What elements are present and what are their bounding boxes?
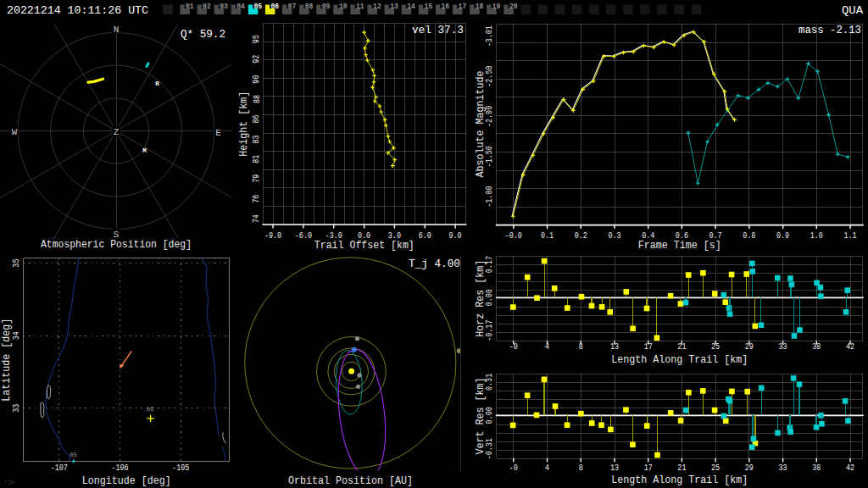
svg-text:T_j 4.00: T_j 4.00	[409, 258, 460, 270]
svg-text:-107: -107	[51, 463, 68, 473]
svg-text:-3.0: -3.0	[326, 231, 342, 241]
svg-text:-105: -105	[172, 463, 189, 473]
svg-text:-0.17: -0.17	[486, 320, 495, 341]
svg-text:8: 8	[579, 463, 583, 473]
svg-text:20221214 10:11:26 UTC: 20221214 10:11:26 UTC	[7, 4, 148, 17]
svg-text:Orbital Position [AU]: Orbital Position [AU]	[288, 475, 413, 487]
svg-text:04: 04	[236, 3, 245, 10]
svg-text:mass -2.13: mass -2.13	[798, 25, 861, 36]
svg-text:90: 90	[253, 75, 262, 84]
svg-text:38: 38	[812, 463, 821, 473]
svg-text:-0.31: -0.31	[486, 438, 495, 459]
svg-text:33: 33	[12, 404, 21, 413]
svg-text:0.6: 0.6	[676, 231, 688, 241]
svg-text:0.7: 0.7	[709, 231, 722, 241]
svg-text:16: 16	[442, 3, 450, 10]
svg-text:-9.0: -9.0	[264, 231, 281, 241]
svg-text:15: 15	[424, 3, 432, 10]
svg-text:01: 01	[186, 3, 194, 10]
svg-text:76: 76	[253, 195, 262, 203]
svg-text:06: 06	[271, 3, 280, 10]
svg-text:09: 09	[322, 3, 331, 10]
svg-text:3.0: 3.0	[388, 231, 401, 241]
svg-text:13: 13	[610, 342, 619, 352]
svg-text:0.8: 0.8	[743, 231, 755, 241]
svg-text:05: 05	[70, 451, 77, 458]
svg-text:1.0: 1.0	[810, 231, 823, 241]
svg-text:13: 13	[390, 3, 398, 10]
svg-text:6.0: 6.0	[419, 231, 431, 241]
svg-text:33: 33	[779, 342, 787, 352]
svg-text:81: 81	[253, 155, 262, 164]
svg-text:0.9: 0.9	[776, 231, 789, 241]
svg-text:17: 17	[459, 3, 467, 10]
svg-text:03: 03	[220, 3, 228, 10]
svg-text:Latitude [deg]: Latitude [deg]	[2, 319, 14, 402]
svg-text:Atmospheric Position [deg]: Atmospheric Position [deg]	[41, 239, 192, 251]
svg-text:05: 05	[253, 3, 262, 10]
svg-text:86: 86	[253, 114, 262, 123]
svg-text:Horz Res [km]: Horz Res [km]	[475, 260, 487, 337]
svg-text:-6.0: -6.0	[295, 231, 312, 241]
svg-text:QUA: QUA	[842, 4, 863, 17]
svg-text:-3.01: -3.01	[486, 25, 495, 47]
svg-text:Frame Time [s]: Frame Time [s]	[638, 240, 721, 252]
svg-text:1.1: 1.1	[843, 231, 856, 241]
svg-text:0.17: 0.17	[486, 256, 495, 273]
svg-text:21: 21	[677, 342, 686, 352]
svg-text:42: 42	[846, 342, 854, 352]
svg-text:38: 38	[812, 342, 821, 352]
svg-text:21: 21	[677, 463, 686, 473]
svg-text:-106: -106	[111, 463, 128, 473]
svg-text:Length Along Trail [km]: Length Along Trail [km]	[611, 474, 748, 486]
svg-text:06: 06	[147, 405, 154, 413]
svg-text:E: E	[215, 128, 221, 138]
svg-text:-1.00: -1.00	[486, 186, 495, 207]
svg-text:17: 17	[644, 342, 653, 352]
svg-text:0.1: 0.1	[541, 231, 554, 241]
svg-text:35: 35	[12, 259, 21, 268]
svg-text:34: 34	[12, 331, 21, 340]
svg-text:95: 95	[253, 35, 262, 43]
svg-text:07: 07	[288, 3, 297, 10]
svg-text:29: 29	[745, 463, 754, 473]
svg-text:25: 25	[711, 342, 720, 352]
svg-text:M: M	[142, 147, 147, 154]
svg-text:9.0: 9.0	[449, 231, 462, 241]
svg-text:Q* 59.2: Q* 59.2	[181, 29, 225, 41]
svg-text:Vert Res [km]: Vert Res [km]	[475, 378, 487, 455]
svg-text:Length Along Trail [km]: Length Along Trail [km]	[611, 354, 748, 366]
svg-text:12: 12	[373, 3, 381, 10]
svg-text:W: W	[12, 127, 18, 137]
svg-text:-1.50: -1.50	[486, 146, 495, 167]
svg-text:20: 20	[509, 3, 518, 10]
svg-text:42: 42	[846, 463, 854, 473]
svg-text:Absolute Magnitude: Absolute Magnitude	[475, 71, 487, 178]
svg-text:-0.0: -0.0	[505, 231, 522, 241]
svg-text:Trail Offset [km]: Trail Offset [km]	[314, 240, 415, 252]
svg-text:-0: -0	[509, 342, 518, 352]
svg-text:0.31: 0.31	[486, 374, 495, 391]
svg-text:R: R	[155, 80, 159, 87]
svg-text:79: 79	[253, 175, 262, 183]
svg-text:13: 13	[610, 463, 619, 473]
svg-text:10: 10	[339, 3, 348, 10]
svg-text:4: 4	[545, 463, 549, 473]
svg-text:-2.50: -2.50	[486, 65, 495, 86]
svg-text:08: 08	[305, 3, 314, 10]
svg-text:0.2: 0.2	[575, 231, 587, 241]
svg-text:19: 19	[492, 3, 501, 10]
svg-text:29: 29	[745, 342, 754, 352]
svg-text:-0: -0	[509, 463, 518, 473]
svg-text:Longitude [deg]: Longitude [deg]	[82, 475, 171, 487]
svg-text:0.0: 0.0	[358, 231, 370, 241]
svg-text:Z: Z	[114, 127, 120, 137]
svg-text:14: 14	[407, 3, 415, 10]
svg-text:0.00: 0.00	[486, 289, 495, 306]
svg-text:N: N	[114, 25, 120, 35]
svg-text:83: 83	[253, 135, 262, 143]
svg-text:-2.00: -2.00	[486, 106, 495, 127]
svg-text:rjw: rjw	[5, 480, 15, 485]
svg-text:17: 17	[644, 463, 653, 473]
svg-text:74: 74	[253, 214, 262, 223]
